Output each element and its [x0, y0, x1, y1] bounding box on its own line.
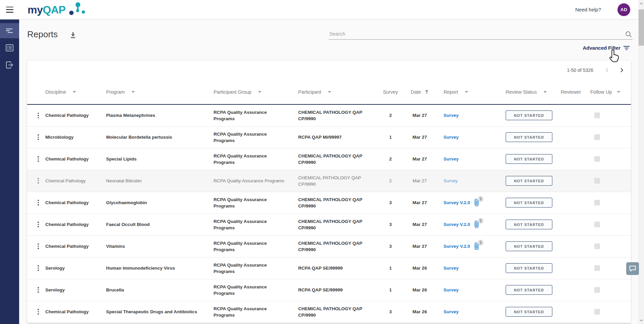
- reviewer-cell: [556, 170, 586, 192]
- column-header-participant-group[interactable]: Participant Group: [208, 80, 292, 104]
- chevron-down-icon: [132, 91, 135, 93]
- attachment-paperclip-icon[interactable]: 1: [473, 242, 480, 250]
- discipline-cell: Chemical Pathology: [43, 235, 104, 257]
- report-link[interactable]: Survey: [444, 134, 459, 140]
- avatar[interactable]: AD: [617, 3, 630, 16]
- follow-up-checkbox[interactable]: [594, 243, 600, 249]
- kebab-menu-icon[interactable]: [37, 134, 40, 141]
- kebab-menu-icon[interactable]: [37, 308, 40, 315]
- reviewer-cell: [556, 126, 586, 148]
- reviewer-cell: [556, 148, 586, 170]
- participant-cell: CHEMICAL PATHOLOGY QAP CP/9990: [292, 235, 377, 257]
- scrollbar-thumb[interactable]: [639, 9, 644, 46]
- report-link[interactable]: Survey: [444, 178, 458, 184]
- follow-up-checkbox[interactable]: [594, 309, 600, 315]
- participant-group-cell: RCPA Quality Assurance Programs: [208, 192, 292, 214]
- review-status-button[interactable]: NOT STARTED: [506, 220, 552, 229]
- table-row: Serology Human Immunodeficiency Virus RC…: [27, 257, 631, 279]
- column-header-discipline[interactable]: Discipline: [43, 80, 104, 104]
- report-link[interactable]: Survey V.2.0: [444, 243, 470, 249]
- hamburger-menu-icon[interactable]: [6, 7, 14, 13]
- review-status-button[interactable]: NOT STARTED: [506, 307, 552, 317]
- column-header-survey[interactable]: Survey: [377, 80, 404, 104]
- date-cell: Mar 26: [404, 301, 436, 323]
- date-cell: Mar 27: [404, 170, 436, 192]
- download-icon[interactable]: [70, 32, 77, 39]
- column-header-date[interactable]: Date: [404, 80, 436, 104]
- scroll-up-icon[interactable]: [639, 2, 643, 6]
- program-cell: Plasma Metanephrines: [104, 104, 208, 126]
- kebab-menu-icon[interactable]: [37, 286, 40, 293]
- program-cell: Glycohaemoglobin: [104, 192, 208, 214]
- sidebar-item-reports[interactable]: [0, 23, 19, 38]
- kebab-menu-icon[interactable]: [37, 199, 40, 206]
- discipline-cell: Chemical Pathology: [43, 170, 104, 192]
- report-link[interactable]: Survey: [444, 156, 459, 162]
- review-status-button[interactable]: NOT STARTED: [506, 241, 552, 251]
- column-header-report[interactable]: Report: [436, 80, 492, 104]
- kebab-menu-icon[interactable]: [37, 112, 40, 119]
- review-status-button[interactable]: NOT STARTED: [506, 198, 552, 207]
- kebab-menu-icon[interactable]: [37, 155, 40, 163]
- column-header-participant[interactable]: Participant: [292, 80, 377, 104]
- follow-up-checkbox[interactable]: [594, 156, 600, 162]
- column-header-follow-up[interactable]: Follow Up: [586, 80, 631, 104]
- attachment-paperclip-icon[interactable]: 1: [473, 221, 480, 229]
- follow-up-checkbox[interactable]: [594, 265, 600, 271]
- report-link[interactable]: Survey: [444, 265, 459, 271]
- advanced-filter-button[interactable]: Advanced Filter: [583, 45, 630, 51]
- survey-cell: 1: [377, 126, 404, 148]
- search-input[interactable]: [329, 29, 619, 39]
- survey-cell: 1: [377, 279, 404, 301]
- attachment-paperclip-icon[interactable]: 1: [473, 199, 480, 207]
- sidebar-item-exit[interactable]: [0, 57, 19, 73]
- participant-cell: RCPA QAP MI/99997: [292, 126, 377, 148]
- report-link[interactable]: Survey: [444, 287, 459, 293]
- kebab-menu-icon[interactable]: [37, 221, 40, 228]
- table-row: Chemical Pathology Plasma Metanephrines …: [27, 104, 631, 126]
- date-cell: Mar 27: [404, 192, 436, 214]
- review-status-button[interactable]: NOT STARTED: [506, 132, 552, 142]
- review-status-button[interactable]: NOT STARTED: [506, 263, 552, 273]
- follow-up-checkbox[interactable]: [594, 200, 600, 205]
- follow-up-checkbox[interactable]: [594, 222, 600, 227]
- follow-up-checkbox[interactable]: [594, 134, 600, 140]
- previous-page-icon[interactable]: [603, 66, 611, 74]
- kebab-menu-icon[interactable]: [37, 265, 40, 272]
- chevron-down-icon: [465, 91, 468, 93]
- report-link[interactable]: Survey: [444, 309, 459, 315]
- vertical-scrollbar[interactable]: [638, 0, 644, 324]
- molecule-logo-icon: [68, 2, 85, 16]
- advanced-filter-label: Advanced Filter: [583, 45, 620, 51]
- kebab-menu-icon[interactable]: [37, 177, 40, 184]
- report-link[interactable]: Survey V.2.0: [444, 199, 470, 206]
- chat-bubble-icon[interactable]: [626, 262, 639, 275]
- reports-card: 1-50 of 5326 Dis: [27, 61, 631, 323]
- reviewer-cell: [556, 192, 586, 214]
- review-status-button[interactable]: NOT STARTED: [506, 110, 552, 120]
- scroll-down-icon[interactable]: [639, 318, 643, 322]
- report-link[interactable]: Survey V.2.0: [444, 221, 470, 228]
- survey-cell: 2: [377, 148, 404, 170]
- report-link[interactable]: Survey: [444, 112, 459, 119]
- kebab-menu-icon[interactable]: [37, 243, 40, 250]
- follow-up-checkbox[interactable]: [594, 287, 600, 293]
- survey-cell: 2: [377, 170, 404, 192]
- pagination-range: 1-50 of 5326: [567, 67, 593, 73]
- next-page-icon[interactable]: [618, 66, 626, 74]
- review-status-button[interactable]: NOT STARTED: [506, 285, 552, 295]
- participant-cell: RCPA QAP SE/99999: [292, 257, 377, 279]
- discipline-cell: Microbiology: [43, 126, 104, 148]
- sidebar-item-list[interactable]: [0, 40, 19, 55]
- follow-up-checkbox[interactable]: [594, 178, 600, 184]
- column-header-program[interactable]: Program: [104, 80, 208, 104]
- follow-up-checkbox[interactable]: [594, 112, 600, 118]
- survey-cell: 3: [377, 235, 404, 257]
- date-cell: Mar 27: [404, 126, 436, 148]
- column-header-review-status[interactable]: Review Status: [492, 80, 556, 104]
- review-status-button[interactable]: NOT STARTED: [506, 154, 552, 164]
- review-status-button[interactable]: NOT STARTED: [506, 176, 552, 186]
- search-icon[interactable]: [625, 31, 632, 38]
- attachment-count-badge: 1: [478, 196, 484, 202]
- need-help-link[interactable]: Need help?: [575, 7, 601, 12]
